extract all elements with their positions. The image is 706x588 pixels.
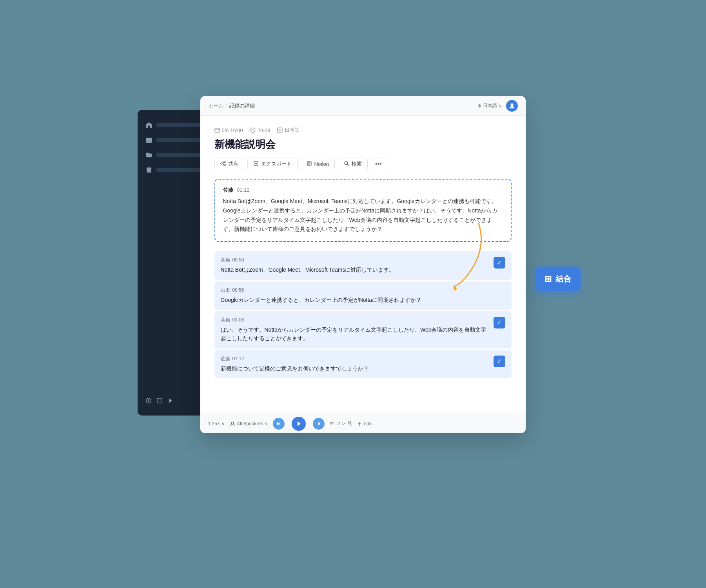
segment-text: Notta BotはZoom、Google Meet、Microsoft Tea… <box>221 265 489 274</box>
skip-forward-button[interactable] <box>313 418 325 430</box>
svg-point-8 <box>224 161 225 163</box>
highlight-time: 01:12 <box>237 187 250 193</box>
segment-speaker: 山田00:56 <box>221 287 505 294</box>
sidebar-item-calendar[interactable] <box>145 136 208 143</box>
segment-text: はい、そうです。Nottaからカレンダーの予定をリアルタイム文字起こししたり、W… <box>221 325 489 343</box>
sidebar-item-folder[interactable] <box>145 151 208 158</box>
svg-marker-3 <box>169 398 172 403</box>
segment-item: 佐藤01:12 新機能について皆様のご意見をお伺いできますでしょうか？ ✓ <box>214 350 512 378</box>
more-icon: ••• <box>375 160 382 167</box>
segment-check[interactable]: ✓ <box>494 356 505 367</box>
merge-icon: ⊞ <box>544 274 552 284</box>
menu2-label: 見 <box>347 420 352 427</box>
segments-list: 高橋00:50 Notta BotはZoom、Google Meet、Micro… <box>214 251 512 378</box>
highlight-speaker: 佐藤 01:12 <box>223 187 503 194</box>
more-button[interactable]: ••• <box>371 158 386 170</box>
merge-label: 結合 <box>555 274 571 284</box>
chevron-icon-2: ∨ <box>265 421 268 426</box>
segment-check[interactable]: ✓ <box>494 257 505 269</box>
segment-item: 高橋00:50 Notta BotはZoom、Google Meet、Micro… <box>214 251 512 279</box>
sidebar-bottom <box>145 397 208 404</box>
speaker-filter-label: All Speakers <box>237 421 263 426</box>
segment-text: Googleカレンダーと連携すると、カレンダー上の予定がNottaに同期されます… <box>221 296 505 304</box>
svg-marker-16 <box>298 421 301 426</box>
page-title: 新機能説明会 <box>214 138 512 151</box>
breadcrumb-home[interactable]: ホーム <box>208 102 223 109</box>
breadcrumb-separator: / <box>226 103 227 109</box>
menu3-label: np5 <box>364 421 372 426</box>
language-label: 日本語 <box>483 102 497 109</box>
segment-content: 山田00:56 Googleカレンダーと連携すると、カレンダー上の予定がNott… <box>221 287 505 304</box>
segment-text: 新機能について皆様のご意見をお伺いできますでしょうか？ <box>221 364 489 373</box>
segment-content: 高橋01:06 はい、そうです。Nottaからカレンダーの予定をリアルタイム文字… <box>221 317 489 343</box>
search-icon <box>344 161 349 167</box>
speaker-filter[interactable]: All Speakers ∨ <box>230 421 268 426</box>
main-card: ホーム / 記録の詳細 ⊕ 日本語 ∨ 5/6 16 <box>200 96 526 433</box>
speed-control[interactable]: 1.25× ∨ <box>208 421 225 426</box>
language-label-meta: 日本語 <box>285 127 300 134</box>
svg-point-10 <box>224 164 225 166</box>
svg-rect-17 <box>319 422 320 425</box>
svg-rect-0 <box>146 138 151 143</box>
export-icon <box>253 161 259 167</box>
breadcrumb: ホーム / 記録の詳細 <box>208 102 474 109</box>
menu1-label: メン <box>336 420 346 427</box>
highlight-text: Notta BotはZoom、Google Meet、Microsoft Tea… <box>223 197 503 234</box>
merge-button[interactable]: ⊞ 結合 <box>535 267 581 291</box>
share-button[interactable]: 共有 <box>214 158 244 170</box>
export-button[interactable]: エクスポート <box>247 158 298 170</box>
share-icon <box>220 161 226 167</box>
content-area: 5/6 16:00 20:08 日本語 新機能説明会 <box>200 116 526 389</box>
nav-right: ⊕ 日本語 ∨ <box>477 100 518 112</box>
segment-speaker: 佐藤01:12 <box>221 356 489 362</box>
action-bar: 共有 エクスポート Notion <box>214 158 512 170</box>
search-label: 検索 <box>352 160 362 167</box>
search-button[interactable]: 検索 <box>338 158 368 170</box>
share-label: 共有 <box>228 160 238 167</box>
segment-content: 佐藤01:12 新機能について皆様のご意見をお伺いできますでしょうか？ <box>221 356 489 373</box>
segment-check[interactable]: ✓ <box>494 317 505 328</box>
globe-icon: ⊕ <box>477 103 481 109</box>
notion-icon <box>307 161 312 167</box>
svg-rect-5 <box>215 128 220 132</box>
svg-rect-15 <box>277 422 278 425</box>
transcript-highlight-block: 佐藤 01:12 Notta BotはZoom、Google Meet、Micr… <box>214 179 512 242</box>
user-avatar[interactable] <box>506 100 518 112</box>
date-label: 5/6 16:00 <box>222 127 243 133</box>
sidebar-item-trash[interactable] <box>145 166 208 173</box>
skip-back-button[interactable] <box>273 418 285 430</box>
speed-label: 1.25× <box>208 421 220 426</box>
breadcrumb-current: 記録の詳細 <box>229 102 255 109</box>
chevron-icon: ∨ <box>221 421 225 426</box>
svg-point-4 <box>510 103 513 106</box>
bottom-toolbar: 1.25× ∨ All Speakers ∨ メン 見 <box>200 414 526 433</box>
nav-bar: ホーム / 記録の詳細 ⊕ 日本語 ∨ <box>200 96 526 116</box>
svg-point-9 <box>221 163 222 164</box>
notion-button[interactable]: Notion <box>301 158 335 170</box>
language-selector[interactable]: ⊕ 日本語 ∨ <box>477 102 502 109</box>
menu-item-2[interactable]: np5 <box>357 421 372 426</box>
meta-row: 5/6 16:00 20:08 日本語 <box>214 127 512 134</box>
duration-meta: 20:08 <box>250 127 270 133</box>
notion-label: Notion <box>314 161 329 167</box>
segment-speaker: 高橋00:50 <box>221 257 489 263</box>
language-meta: 日本語 <box>277 127 300 134</box>
date-meta: 5/6 16:00 <box>214 127 243 133</box>
segment-speaker: 高橋01:06 <box>221 317 489 323</box>
play-button[interactable] <box>292 417 306 431</box>
svg-point-2 <box>148 399 149 400</box>
menu-item-1[interactable]: メン 見 <box>329 420 352 427</box>
svg-point-14 <box>231 422 234 424</box>
segment-item: 高橋01:06 はい、そうです。Nottaからカレンダーの予定をリアルタイム文字… <box>214 311 512 348</box>
export-label: エクスポート <box>261 160 292 167</box>
segment-content: 高橋00:50 Notta BotはZoom、Google Meet、Micro… <box>221 257 489 274</box>
duration-label: 20:08 <box>258 127 270 133</box>
sidebar-item-home[interactable] <box>145 122 208 129</box>
segment-item: 山田00:56 Googleカレンダーと連携すると、カレンダー上の予定がNott… <box>214 281 512 310</box>
chevron-down-icon: ∨ <box>499 103 502 109</box>
